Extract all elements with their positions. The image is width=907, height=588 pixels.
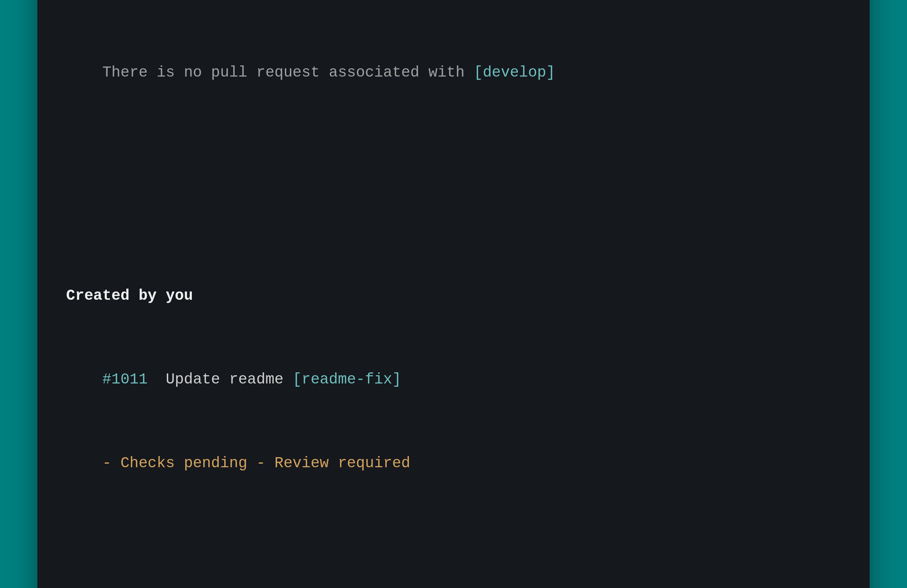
pr-number-1011: #1011 [103,371,148,388]
status-pending: - Checks pending - Review required [103,455,410,472]
branch-ref-readme-fix: [readme-fix] [293,371,401,388]
terminal-output: $ gh pr status Current branch There is n… [66,0,841,588]
terminal-window: $ gh pr status Current branch There is n… [37,0,870,588]
branch-ref-develop: [develop] [474,64,555,81]
section-heading-created-by-you: Created by you [66,287,193,304]
no-pr-message: There is no pull request associated with [103,64,474,81]
pr-title-1011: Update readme [166,371,284,388]
